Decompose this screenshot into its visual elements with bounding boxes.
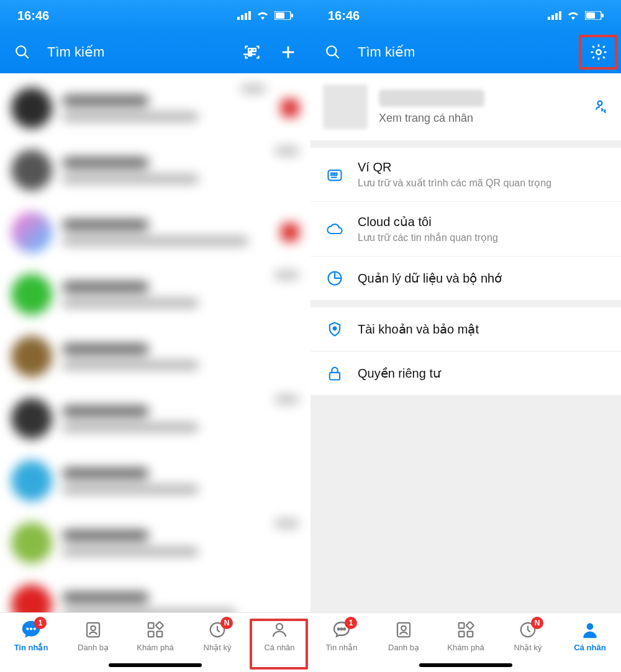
home-indicator[interactable] xyxy=(419,663,512,667)
divider xyxy=(310,140,621,148)
svg-rect-2 xyxy=(245,13,247,20)
nav-label: Tin nhắn xyxy=(326,643,358,652)
nav-messages[interactable]: 1 Tin nhắn xyxy=(0,617,62,672)
svg-point-54 xyxy=(587,623,594,630)
svg-rect-29 xyxy=(559,11,561,20)
menu-storage[interactable]: Quản lý dữ liệu và bộ nhớ xyxy=(310,257,621,300)
bottom-nav: 1 Tin nhắn Danh bạ Khám phá N Nhật ký Cá… xyxy=(310,612,621,672)
nav-label: Danh bạ xyxy=(388,643,419,652)
profile-name xyxy=(379,89,484,107)
svg-rect-1 xyxy=(241,15,243,20)
switch-account-icon[interactable] xyxy=(591,98,609,116)
diary-badge: N xyxy=(531,617,543,629)
divider xyxy=(310,300,621,307)
chat-item[interactable] xyxy=(0,139,310,201)
nav-label: Nhật ký xyxy=(204,643,232,652)
chat-item[interactable] xyxy=(0,325,310,388)
menu-cloud[interactable]: Cloud của tôi Lưu trữ các tin nhắn quan … xyxy=(310,202,621,257)
app-header: Tìm kiếm xyxy=(310,31,621,73)
nav-label: Cá nhân xyxy=(574,643,605,652)
menu-desc: Lưu trữ các tin nhắn quan trọng xyxy=(358,232,498,243)
svg-rect-52 xyxy=(466,622,474,629)
svg-rect-50 xyxy=(459,632,465,637)
svg-rect-21 xyxy=(148,632,154,637)
messages-badge: 1 xyxy=(345,617,357,629)
chat-item[interactable] xyxy=(0,450,310,512)
pie-chart-icon xyxy=(325,269,344,288)
svg-rect-23 xyxy=(156,622,163,629)
chat-item[interactable] xyxy=(0,574,310,612)
right-phone: 16:46 Tìm kiếm Xem trang cá nhân xyxy=(310,0,621,672)
svg-point-16 xyxy=(30,627,32,630)
chat-item[interactable] xyxy=(0,512,310,574)
svg-point-36 xyxy=(598,101,602,106)
svg-point-42 xyxy=(333,327,337,330)
svg-rect-32 xyxy=(602,14,604,17)
menu-security[interactable]: Tài khoản và bảo mật xyxy=(310,307,621,352)
svg-point-15 xyxy=(26,627,29,630)
svg-rect-9 xyxy=(248,48,252,52)
nav-label: Khám phá xyxy=(447,643,484,652)
svg-point-46 xyxy=(343,628,345,630)
search-icon[interactable] xyxy=(322,41,344,63)
svg-rect-6 xyxy=(291,14,293,17)
battery-icon xyxy=(274,11,293,20)
search-icon[interactable] xyxy=(11,41,34,63)
highlight-settings-icon xyxy=(579,35,617,70)
menu-qr-wallet[interactable]: Ví QR Lưu trữ và xuất trình các mã QR qu… xyxy=(310,148,621,202)
svg-rect-20 xyxy=(148,623,154,629)
wifi-icon xyxy=(566,11,580,20)
add-icon[interactable] xyxy=(277,41,299,63)
highlight-profile-tab xyxy=(250,619,308,670)
svg-point-19 xyxy=(91,626,96,631)
search-input[interactable]: Tìm kiếm xyxy=(358,44,574,60)
shield-icon xyxy=(325,320,344,338)
nav-label: Nhật ký xyxy=(514,643,542,652)
profile-header[interactable]: Xem trang cá nhân xyxy=(310,73,621,140)
svg-point-48 xyxy=(401,626,406,631)
app-header: Tìm kiếm xyxy=(0,31,310,73)
svg-point-7 xyxy=(16,46,25,55)
svg-line-8 xyxy=(24,54,29,58)
svg-rect-39 xyxy=(335,173,337,176)
svg-rect-0 xyxy=(237,17,240,20)
menu-title: Cloud của tôi xyxy=(358,214,498,229)
search-input[interactable]: Tìm kiếm xyxy=(47,44,227,60)
svg-rect-49 xyxy=(459,623,465,629)
signal-icon xyxy=(237,11,251,20)
nav-profile[interactable]: Cá nhân xyxy=(559,617,621,672)
menu-title: Quản lý dữ liệu và bộ nhớ xyxy=(358,271,502,286)
svg-rect-5 xyxy=(276,12,284,19)
menu-title: Ví QR xyxy=(358,160,551,175)
nav-label: Danh bạ xyxy=(78,643,109,652)
signal-icon xyxy=(548,11,561,20)
profile-avatar xyxy=(323,84,368,129)
menu-title: Tài khoản và bảo mật xyxy=(358,322,479,337)
view-profile-link[interactable]: Xem trang cá nhân xyxy=(379,112,484,125)
chat-list xyxy=(0,73,310,612)
svg-rect-38 xyxy=(331,173,333,176)
qr-scan-icon[interactable] xyxy=(241,41,263,63)
chat-item[interactable] xyxy=(0,77,310,139)
lock-icon xyxy=(325,364,344,383)
battery-icon xyxy=(585,11,604,20)
svg-point-17 xyxy=(34,627,36,630)
svg-line-34 xyxy=(335,54,339,58)
diary-badge: N xyxy=(220,617,233,629)
svg-rect-3 xyxy=(248,11,251,20)
home-indicator[interactable] xyxy=(109,663,202,667)
svg-rect-31 xyxy=(586,12,595,19)
svg-rect-26 xyxy=(548,17,550,20)
chat-item[interactable] xyxy=(0,388,310,450)
nav-label: Khám phá xyxy=(137,643,173,652)
status-time: 16:46 xyxy=(17,9,49,23)
status-bar: 16:46 xyxy=(0,0,310,31)
qr-wallet-icon xyxy=(325,165,344,184)
svg-rect-43 xyxy=(330,373,340,380)
svg-rect-10 xyxy=(253,48,256,52)
chat-item[interactable] xyxy=(0,263,310,325)
menu-privacy[interactable]: Quyền riêng tư xyxy=(310,352,621,395)
chat-item[interactable] xyxy=(0,201,310,263)
svg-rect-47 xyxy=(397,623,410,637)
nav-messages[interactable]: 1 Tin nhắn xyxy=(310,617,373,672)
